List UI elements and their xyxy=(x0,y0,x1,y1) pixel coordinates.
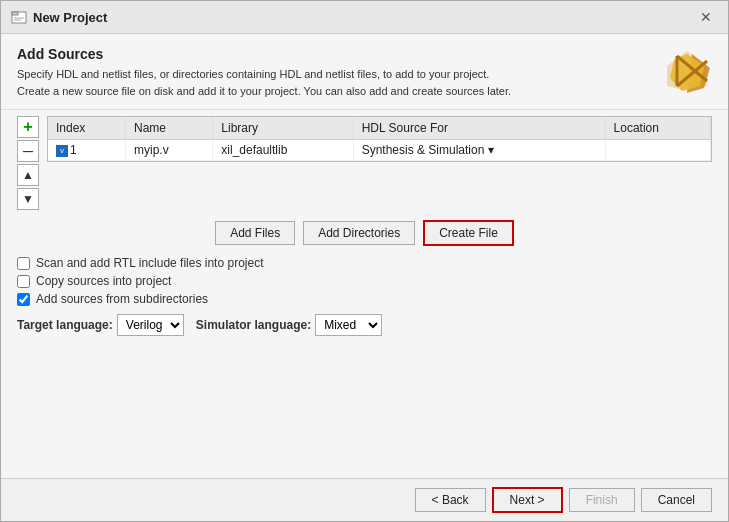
header-desc-line2: Create a new source file on disk and add… xyxy=(17,83,662,100)
options-area: Scan and add RTL include files into proj… xyxy=(17,252,712,310)
file-type-icon: v xyxy=(56,145,68,157)
content-area: + — ▲ ▼ Index Name Library HDL Source Fo… xyxy=(1,110,728,478)
copy-sources-label: Copy sources into project xyxy=(36,274,171,288)
title-bar: New Project ✕ xyxy=(1,1,728,34)
col-library: Library xyxy=(213,117,353,140)
scan-rtl-checkbox[interactable] xyxy=(17,257,30,270)
col-index: Index xyxy=(48,117,126,140)
header-text-block: Add Sources Specify HDL and netlist file… xyxy=(17,46,662,99)
close-button[interactable]: ✕ xyxy=(694,7,718,27)
cancel-button[interactable]: Cancel xyxy=(641,488,712,512)
cell-hdl: Synthesis & Simulation ▾ xyxy=(353,140,605,161)
svg-rect-1 xyxy=(12,12,18,15)
back-button[interactable]: < Back xyxy=(415,488,486,512)
option-copy-sources: Copy sources into project xyxy=(17,274,712,288)
language-selectors: Target language: Verilog VHDL Simulator … xyxy=(17,310,712,340)
simulator-language-group: Simulator language: Mixed Verilog VHDL xyxy=(196,314,382,336)
table-row[interactable]: v1 myip.v xil_defaultlib Synthesis & Sim… xyxy=(48,140,711,161)
next-button[interactable]: Next > xyxy=(492,487,563,513)
cell-name: myip.v xyxy=(126,140,213,161)
remove-source-button[interactable]: — xyxy=(17,140,39,162)
simulator-language-select[interactable]: Mixed Verilog VHDL xyxy=(315,314,382,336)
copy-sources-checkbox[interactable] xyxy=(17,275,30,288)
title-text: New Project xyxy=(33,10,107,25)
file-action-buttons: Add Files Add Directories Create File xyxy=(17,214,712,252)
scan-rtl-label: Scan and add RTL include files into proj… xyxy=(36,256,263,270)
xilinx-logo xyxy=(662,46,712,96)
option-scan-rtl: Scan and add RTL include files into proj… xyxy=(17,256,712,270)
dialog-window: New Project ✕ Add Sources Specify HDL an… xyxy=(0,0,729,522)
target-language-group: Target language: Verilog VHDL xyxy=(17,314,184,336)
title-bar-left: New Project xyxy=(11,9,107,25)
cell-index: v1 xyxy=(48,140,126,161)
finish-button[interactable]: Finish xyxy=(569,488,635,512)
add-source-button[interactable]: + xyxy=(17,116,39,138)
add-subdirs-checkbox[interactable] xyxy=(17,293,30,306)
col-name: Name xyxy=(126,117,213,140)
cell-library: xil_defaultlib xyxy=(213,140,353,161)
table-header-row: Index Name Library HDL Source For Locati… xyxy=(48,117,711,140)
move-up-button[interactable]: ▲ xyxy=(17,164,39,186)
add-files-button[interactable]: Add Files xyxy=(215,221,295,245)
header-desc-line1: Specify HDL and netlist files, or direct… xyxy=(17,66,662,83)
simulator-language-label: Simulator language: xyxy=(196,318,311,332)
add-directories-button[interactable]: Add Directories xyxy=(303,221,415,245)
sources-table: Index Name Library HDL Source For Locati… xyxy=(48,117,711,161)
header-area: Add Sources Specify HDL and netlist file… xyxy=(1,34,728,110)
col-location: Location xyxy=(605,117,710,140)
target-language-select[interactable]: Verilog VHDL xyxy=(117,314,184,336)
option-add-subdirs: Add sources from subdirectories xyxy=(17,292,712,306)
col-hdl: HDL Source For xyxy=(353,117,605,140)
header-title: Add Sources xyxy=(17,46,662,62)
cell-location xyxy=(605,140,710,161)
project-icon xyxy=(11,9,27,25)
move-down-button[interactable]: ▼ xyxy=(17,188,39,210)
add-subdirs-label: Add sources from subdirectories xyxy=(36,292,208,306)
target-language-label: Target language: xyxy=(17,318,113,332)
dialog-footer: < Back Next > Finish Cancel xyxy=(1,478,728,521)
create-file-button[interactable]: Create File xyxy=(423,220,514,246)
